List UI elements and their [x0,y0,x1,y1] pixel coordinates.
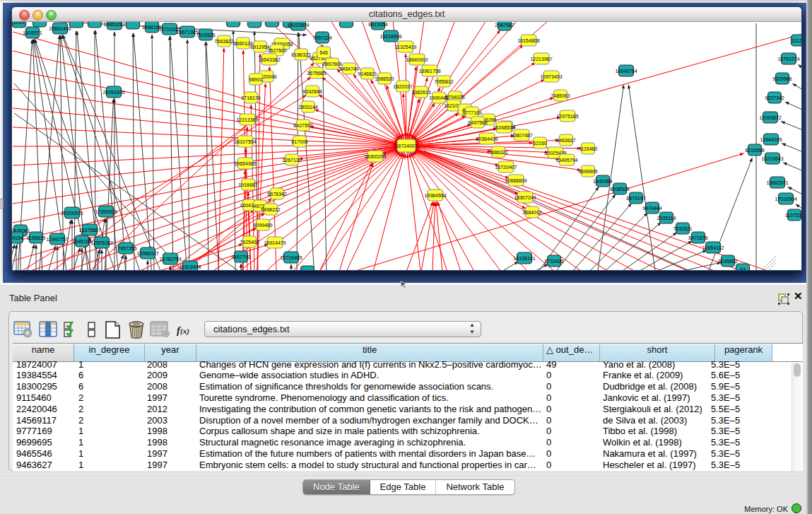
svg-text:19218506: 19218506 [379,34,401,39]
svg-text:1822037: 1822037 [393,84,412,89]
svg-text:9227342: 9227342 [765,95,784,100]
svg-text:98901: 98901 [249,77,263,82]
svg-text:9242848: 9242848 [302,89,322,94]
svg-text:10654112: 10654112 [702,245,724,250]
svg-text:12975185: 12975185 [556,114,578,119]
svg-text:16543382: 16543382 [258,57,280,62]
svg-text:1405571: 1405571 [23,30,42,35]
svg-text:8813054: 8813054 [368,22,387,27]
svg-text:8678342: 8678342 [267,192,286,197]
svg-text:2803144: 2803144 [298,105,317,110]
svg-text:7625402: 7625402 [240,240,259,245]
svg-text:10958107: 10958107 [136,251,158,256]
svg-text:16914479: 16914479 [264,240,286,245]
svg-text:6497568: 6497568 [468,120,487,125]
svg-text:12213369: 12213369 [236,117,258,122]
svg-text:7515526: 7515526 [196,33,215,37]
svg-text:3267130: 3267130 [282,158,301,163]
svg-text:1107535: 1107535 [785,213,801,218]
svg-text:9329966: 9329966 [772,76,792,81]
svg-text:16210643: 16210643 [761,156,783,161]
svg-text:12942757: 12942757 [46,237,68,242]
svg-text:7485063: 7485063 [551,93,570,98]
svg-text:8215958: 8215958 [745,148,764,153]
svg-text:7632621: 7632621 [673,226,692,231]
svg-text:9115460: 9115460 [579,146,598,151]
svg-text:8938928: 8938928 [610,187,629,192]
svg-text:18300295: 18300295 [364,154,386,159]
svg-text:1733426: 1733426 [544,259,563,264]
svg-text:6099489: 6099489 [253,223,272,228]
svg-text:8427552: 8427552 [293,123,312,128]
svg-text:12093872: 12093872 [759,115,781,120]
svg-text:10853267: 10853267 [103,22,125,27]
svg-text:5498222: 5498222 [261,207,280,212]
svg-text:7955812: 7955812 [434,79,453,84]
svg-text:13495794: 13495794 [555,158,577,163]
svg-text:9699695: 9699695 [578,169,597,174]
svg-text:11325419: 11325419 [395,45,417,49]
svg-text:16961758: 16961758 [418,69,440,74]
svg-text:20364436: 20364436 [476,136,498,141]
svg-text:7957224: 7957224 [312,35,331,40]
svg-text:19384554: 19384554 [424,193,446,198]
svg-text:7886322: 7886322 [488,150,507,155]
svg-text:62160: 62160 [533,141,547,146]
svg-text:1588520: 1588520 [375,76,394,81]
svg-text:16782759: 16782759 [159,257,181,262]
svg-text:9146821: 9146821 [358,71,377,76]
svg-text:18724007: 18724007 [395,144,417,148]
svg-text:10688609: 10688609 [505,178,526,183]
svg-text:10807487: 10807487 [510,133,532,138]
svg-text:16248534: 16248534 [493,125,514,130]
svg-text:1156829: 1156829 [27,235,46,240]
svg-text:19654985: 19654985 [234,161,256,166]
svg-text:20691406: 20691406 [49,26,71,31]
svg-text:20206576: 20206576 [61,211,83,216]
svg-text:8186323: 8186323 [291,52,310,57]
svg-text:3675685: 3675685 [307,71,326,76]
svg-text:2987682: 2987682 [495,23,514,28]
svg-text:9777169: 9777169 [462,110,481,115]
svg-text:12505183: 12505183 [90,240,112,245]
svg-text:16107554: 16107554 [234,139,256,144]
svg-text:17016504: 17016504 [775,197,796,201]
svg-text:817006: 817006 [291,139,307,144]
svg-text:3684012: 3684012 [522,210,541,215]
svg-text:16671385: 16671385 [176,30,198,35]
svg-text:18640910: 18640910 [406,57,428,62]
svg-text:3527500: 3527500 [267,48,286,53]
svg-text:1362615: 1362615 [411,90,430,95]
svg-text:18307249: 18307249 [514,195,536,200]
svg-text:1345194: 1345194 [72,239,91,244]
svg-text:11923448: 11923448 [180,264,201,269]
svg-text:8471676: 8471676 [688,235,707,240]
svg-text:15716485: 15716485 [280,255,302,260]
svg-text:10973493: 10973493 [540,74,562,79]
svg-text:17957255: 17957255 [114,246,136,251]
svg-text:8454749: 8454749 [339,66,358,71]
svg-text:7663822: 7663822 [214,39,233,44]
svg-text:14136141: 14136141 [513,256,535,261]
svg-text:39154: 39154 [12,235,23,240]
svg-text:12213967: 12213967 [530,57,552,62]
svg-text:2099: 2099 [13,22,25,25]
svg-text:13375887: 13375887 [78,228,100,233]
svg-text:93: 93 [740,267,746,270]
svg-text:9474444: 9474444 [642,206,661,211]
svg-text:2718176: 2718176 [241,95,260,100]
svg-text:11124: 11124 [792,38,801,43]
svg-text:10033809: 10033809 [287,23,309,28]
svg-text:546: 546 [319,50,328,55]
svg-text:16154808: 16154808 [517,38,539,43]
svg-text:964: 964 [303,269,312,270]
svg-text:2867608: 2867608 [322,62,341,66]
svg-text:16720407: 16720407 [495,165,517,170]
svg-text:17359928: 17359928 [95,209,117,214]
svg-text:1440954: 1440954 [593,179,612,184]
svg-text:6879197: 6879197 [626,196,645,201]
svg-text:15751074: 15751074 [777,57,799,62]
svg-text:2935114: 2935114 [657,216,676,221]
svg-text:6794028: 6794028 [445,95,464,100]
svg-text:9457791: 9457791 [231,255,250,259]
